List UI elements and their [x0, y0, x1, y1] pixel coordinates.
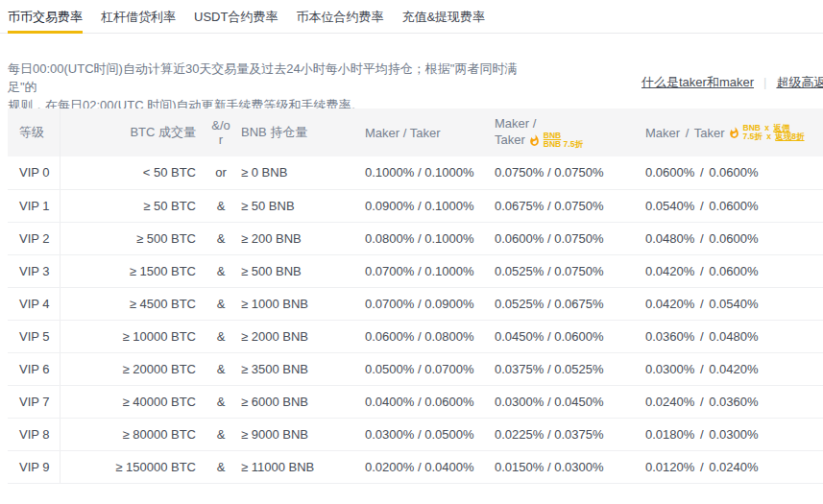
- level-cell: VIP 5: [8, 320, 60, 352]
- fee-table-header-row: 等级 BTC 成交量 &/or BNB 持仓量 Maker / Taker Ma…: [8, 108, 823, 156]
- bnb-balance-cell: ≥ 11000 BNB: [238, 450, 351, 483]
- col-header-maker-taker: Maker / Taker: [351, 108, 491, 156]
- level-cell: VIP 4: [8, 287, 60, 320]
- col-header-maker-taker-combo: Maker / Taker BNB x 返佣 7.5折 x 返现8折: [640, 108, 823, 156]
- level-cell: VIP 8: [8, 418, 60, 450]
- operator-cell: &: [204, 418, 238, 450]
- rebate-badge-line1-prefix: BNB x: [743, 123, 774, 132]
- link-what-is-taker-maker[interactable]: 什么是taker和maker: [641, 74, 754, 91]
- level-cell: VIP 1: [8, 189, 60, 222]
- table-row: VIP 9 ≥ 150000 BTC & ≥ 11000 BNB 0.0200%…: [8, 450, 823, 483]
- table-row: VIP 0 < 50 BTC or ≥ 0 BNB 0.1000% / 0.10…: [8, 156, 823, 189]
- fee-combo-discount-cell: 0.0180% / 0.0300%: [640, 418, 823, 450]
- level-cell: VIP 3: [8, 254, 60, 287]
- fee-table: 等级 BTC 成交量 &/or BNB 持仓量 Maker / Taker Ma…: [8, 108, 823, 484]
- btc-volume-cell: ≥ 10000 BTC: [60, 320, 204, 352]
- fee-cell: 0.0700% / 0.1000%: [351, 254, 491, 287]
- fee-rule-description: 每日00:00(UTC时间)自动计算近30天交易量及过去24小时每小时平均持仓；…: [8, 60, 545, 114]
- rebate-badge-cashback-link[interactable]: 返现8折: [775, 132, 804, 141]
- operator-cell: &: [204, 385, 238, 418]
- col-header-btc-volume: BTC 成交量: [60, 108, 204, 156]
- fee-cell: 0.0800% / 0.1000%: [351, 222, 491, 254]
- bnb-discount-badge-line2: BNB 7.5折: [544, 140, 583, 150]
- fee-combo-discount-cell: 0.0420% / 0.0540%: [640, 287, 823, 320]
- fee-table-body: VIP 0 < 50 BTC or ≥ 0 BNB 0.1000% / 0.10…: [8, 156, 823, 483]
- level-cell: VIP 0: [8, 156, 60, 189]
- fee-bnb-discount-cell: 0.0750% / 0.0750%: [491, 156, 640, 189]
- btc-volume-cell: < 50 BTC: [60, 156, 204, 189]
- link-super-rebate[interactable]: 超级高返佣: [776, 74, 823, 91]
- bnb-balance-cell: ≥ 1000 BNB: [238, 287, 351, 320]
- btc-volume-cell: ≥ 4500 BTC: [60, 287, 204, 320]
- level-cell: VIP 6: [8, 352, 60, 385]
- operator-cell: &: [204, 287, 238, 320]
- bnb-discount-badge: BNB BNB 7.5折: [544, 132, 583, 150]
- fee-cell: 0.0200% / 0.0400%: [351, 450, 491, 483]
- btc-volume-cell: ≥ 500 BTC: [60, 222, 204, 254]
- bnb-balance-cell: ≥ 3500 BNB: [238, 352, 351, 385]
- bnb-balance-cell: ≥ 6000 BNB: [238, 385, 351, 418]
- tab-usdt-futures-fee[interactable]: USDT合约费率: [194, 9, 278, 33]
- table-row: VIP 1 ≥ 50 BTC & ≥ 50 BNB 0.0900% / 0.10…: [8, 189, 823, 222]
- rebate-badge: BNB x 返佣 7.5折 x 返现8折: [743, 124, 805, 142]
- fee-cell: 0.1000% / 0.1000%: [351, 156, 491, 189]
- maker-taker-bnb-line1: Maker /: [495, 116, 640, 132]
- level-cell: VIP 2: [8, 222, 60, 254]
- btc-volume-cell: ≥ 1500 BTC: [60, 254, 204, 287]
- fee-cell: 0.0600% / 0.0800%: [351, 320, 491, 352]
- operator-cell: &: [204, 352, 238, 385]
- flame-icon: [528, 134, 541, 147]
- operator-cell: or: [204, 156, 238, 189]
- table-row: VIP 7 ≥ 40000 BTC & ≥ 6000 BNB 0.0400% /…: [8, 385, 823, 418]
- fee-bnb-discount-cell: 0.0150% / 0.0300%: [491, 450, 640, 483]
- flame-icon: [728, 127, 740, 139]
- btc-volume-cell: ≥ 40000 BTC: [60, 385, 204, 418]
- operator-cell: &: [204, 320, 238, 352]
- fee-cell: 0.0300% / 0.0500%: [351, 418, 491, 450]
- fee-bnb-discount-cell: 0.0450% / 0.0600%: [491, 320, 640, 352]
- rebate-badge-line2-prefix: 7.5折 x: [743, 132, 776, 141]
- bnb-balance-cell: ≥ 9000 BNB: [238, 418, 351, 450]
- fee-cell: 0.0700% / 0.0900%: [351, 287, 491, 320]
- bnb-balance-cell: ≥ 0 BNB: [238, 156, 351, 189]
- fee-combo-discount-cell: 0.0540% / 0.0600%: [640, 189, 823, 222]
- fee-bnb-discount-cell: 0.0525% / 0.0675%: [491, 287, 640, 320]
- rebate-badge-rebate-link[interactable]: 返佣: [773, 123, 789, 132]
- fee-combo-discount-cell: 0.0120% / 0.0240%: [640, 450, 823, 483]
- fee-bnb-discount-cell: 0.0675% / 0.0750%: [491, 189, 640, 222]
- operator-cell: &: [204, 450, 238, 483]
- tab-spot-fee[interactable]: 币币交易费率: [8, 9, 83, 33]
- fee-cell: 0.0400% / 0.0600%: [351, 385, 491, 418]
- btc-volume-cell: ≥ 20000 BTC: [60, 352, 204, 385]
- tab-deposit-withdraw-fee[interactable]: 充值&提现费率: [401, 9, 485, 33]
- maker-taker-bnb-line2: Taker: [495, 132, 525, 148]
- level-cell: VIP 7: [8, 385, 60, 418]
- fee-combo-discount-cell: 0.0600% / 0.0600%: [640, 156, 823, 189]
- fee-combo-discount-cell: 0.0240% / 0.0360%: [640, 385, 823, 418]
- bnb-balance-cell: ≥ 2000 BNB: [238, 320, 351, 352]
- fee-cell: 0.0500% / 0.0700%: [351, 352, 491, 385]
- btc-volume-cell: ≥ 150000 BTC: [60, 450, 204, 483]
- bnb-balance-cell: ≥ 200 BNB: [238, 222, 351, 254]
- btc-volume-cell: ≥ 80000 BTC: [60, 418, 204, 450]
- fee-bnb-discount-cell: 0.0225% / 0.0375%: [491, 418, 640, 450]
- links-divider: |: [763, 74, 766, 91]
- fee-bnb-discount-cell: 0.0525% / 0.0750%: [491, 254, 640, 287]
- tab-margin-borrow-rate[interactable]: 杠杆借贷利率: [101, 9, 176, 33]
- fee-combo-discount-cell: 0.0300% / 0.0420%: [640, 352, 823, 385]
- fee-bnb-discount-cell: 0.0600% / 0.0750%: [491, 222, 640, 254]
- bnb-balance-cell: ≥ 500 BNB: [238, 254, 351, 287]
- table-row: VIP 4 ≥ 4500 BTC & ≥ 1000 BNB 0.0700% / …: [8, 287, 823, 320]
- operator-cell: &: [204, 189, 238, 222]
- table-row: VIP 3 ≥ 1500 BTC & ≥ 500 BNB 0.0700% / 0…: [8, 254, 823, 287]
- fee-bnb-discount-cell: 0.0300% / 0.0450%: [491, 385, 640, 418]
- tab-coin-futures-fee[interactable]: 币本位合约费率: [296, 9, 383, 33]
- bnb-balance-cell: ≥ 50 BNB: [238, 189, 351, 222]
- col-header-maker-taker-bnb: Maker / Taker BNB BNB 7.5折: [491, 108, 640, 156]
- fee-combo-discount-cell: 0.0420% / 0.0600%: [640, 254, 823, 287]
- col-header-and-or: &/or: [204, 108, 238, 156]
- help-links: 什么是taker和maker | 超级高返佣: [641, 74, 823, 91]
- table-row: VIP 5 ≥ 10000 BTC & ≥ 2000 BNB 0.0600% /…: [8, 320, 823, 352]
- level-cell: VIP 9: [8, 450, 60, 483]
- operator-cell: &: [204, 222, 238, 254]
